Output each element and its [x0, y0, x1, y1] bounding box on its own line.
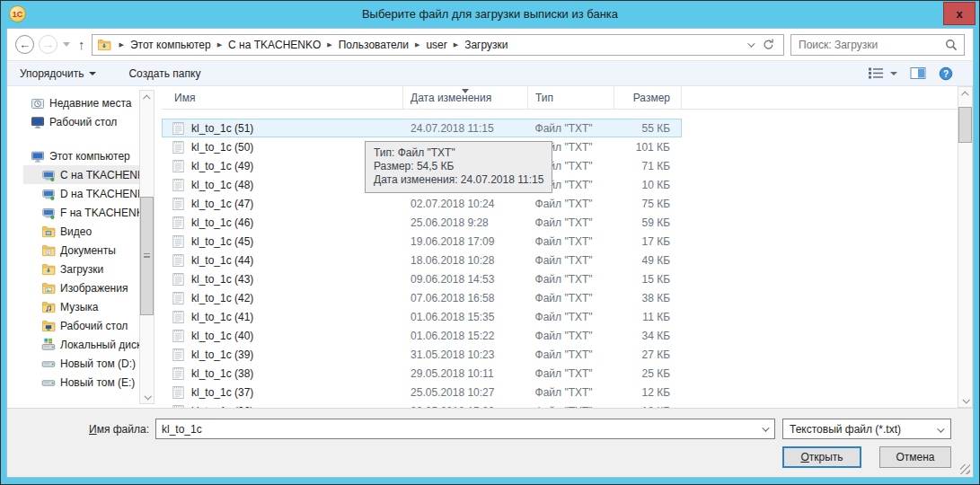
file-row[interactable]: kl_to_1c (36)22.05.2018 15:00Файл "TXT"1…	[162, 401, 682, 408]
file-name: kl_to_1c (46)	[191, 216, 253, 229]
back-button[interactable]	[15, 35, 34, 54]
file-row[interactable]: kl_to_1c (41)01.06.2018 15:35Файл "TXT"1…	[162, 307, 682, 326]
file-type: Файл "TXT"	[528, 330, 614, 342]
dialog-footer: Имя файла: Текстовый файл (*.txt) Открыт…	[7, 408, 973, 477]
folder-downloads-icon	[41, 262, 56, 277]
file-list: kl_to_1c (51)24.07.2018 11:15Файл "TXT"5…	[162, 119, 958, 408]
scroll-up-icon[interactable]	[140, 91, 154, 104]
resize-grip-icon[interactable]	[960, 464, 970, 474]
up-button[interactable]	[78, 37, 85, 52]
sidebar-item-label: C на TKACHENKO	[60, 169, 140, 181]
chevron-down-icon	[890, 72, 897, 75]
help-icon[interactable]: ?	[939, 66, 953, 81]
file-row[interactable]: kl_to_1c (47)02.07.2018 10:24Файл "TXT"7…	[162, 194, 682, 213]
file-row[interactable]: kl_to_1c (44)18.06.2018 10:28Файл "TXT"4…	[162, 251, 682, 269]
file-row[interactable]: kl_to_1c (45)19.06.2018 17:09Файл "TXT"1…	[162, 232, 682, 251]
sidebar-scrollbar[interactable]	[139, 90, 155, 404]
search-icon[interactable]	[944, 38, 958, 52]
file-size: 15 КБ	[614, 273, 681, 286]
organize-button[interactable]: Упорядочить	[20, 67, 96, 80]
sidebar-item[interactable]: Новый том (E:)	[23, 373, 140, 392]
desktop-monitor-icon	[31, 115, 45, 129]
sidebar-item[interactable]: F на TKACHENKO	[23, 203, 140, 222]
sidebar-item[interactable]: Видео	[23, 222, 140, 241]
breadcrumb-segment[interactable]: C на TKACHENKO	[228, 39, 321, 51]
file-type: Файл "TXT"	[528, 198, 614, 210]
file-row[interactable]: kl_to_1c (38)29.05.2018 10:11Файл "TXT"2…	[162, 364, 682, 383]
file-name: kl_to_1c (48)	[191, 179, 253, 191]
file-row[interactable]: kl_to_1c (37)25.05.2018 10:27Файл "TXT"1…	[162, 383, 682, 401]
address-bar[interactable]: ▶Этот компьютер▶C на TKACHENKO▶Пользоват…	[92, 34, 785, 56]
sidebar-item[interactable]: Новый том (D:)	[23, 354, 140, 373]
filetype-select[interactable]: Текстовый файл (*.txt)	[782, 419, 951, 439]
sidebar-item[interactable]: Музыка	[23, 297, 140, 316]
file-row[interactable]: kl_to_1c (42)07.06.2018 16:58Файл "TXT"3…	[162, 288, 682, 307]
file-date: 25.05.2018 10:27	[403, 386, 528, 399]
file-row[interactable]: kl_to_1c (40)01.06.2018 15:22Файл "TXT"3…	[162, 326, 682, 345]
sidebar-item[interactable]: Рабочий стол	[23, 112, 140, 131]
refresh-icon[interactable]	[762, 38, 775, 51]
sidebar-item[interactable]: Этот компьютер	[23, 146, 140, 165]
column-header-type[interactable]: Тип	[528, 86, 614, 109]
sidebar-item[interactable]: Локальный диск (C:)	[23, 335, 140, 354]
sidebar-scrollbar-thumb[interactable]	[140, 197, 154, 315]
file-size: 25 КБ	[614, 367, 681, 380]
svg-text:?: ?	[943, 68, 949, 78]
forward-button[interactable]	[39, 35, 57, 54]
sidebar-item[interactable]: Документы	[23, 241, 140, 260]
sidebar-item[interactable]: D на TKACHENKO	[23, 184, 140, 203]
file-date: 31.05.2018 10:23	[403, 348, 528, 361]
column-header-filler	[682, 86, 973, 109]
text-file-icon	[172, 366, 185, 381]
file-row[interactable]: kl_to_1c (51)24.07.2018 11:15Файл "TXT"5…	[162, 119, 682, 137]
title-bar: 1С Выберите файл для загрузки выписки из…	[1, 1, 979, 28]
file-date: 01.06.2018 15:22	[403, 330, 528, 342]
breadcrumb-segment[interactable]: Загрузки	[464, 39, 508, 51]
views-button[interactable]	[868, 66, 897, 80]
new-folder-button[interactable]: Создать папку	[128, 67, 200, 80]
text-file-icon	[172, 197, 185, 211]
folder-video-icon	[41, 225, 56, 239]
close-button[interactable]: x	[943, 2, 976, 25]
file-name-cell: kl_to_1c (39)	[163, 348, 403, 362]
file-name: kl_to_1c (43)	[191, 273, 253, 286]
column-header-size[interactable]: Размер	[614, 86, 682, 109]
folder-documents-icon	[41, 243, 56, 258]
file-row[interactable]: kl_to_1c (43)09.06.2018 14:53Файл "TXT"1…	[162, 269, 682, 288]
preview-pane-icon[interactable]	[910, 66, 926, 80]
organize-label: Упорядочить	[20, 67, 84, 80]
breadcrumb-segment[interactable]: Пользователи	[339, 39, 409, 51]
address-dropdown-icon[interactable]	[747, 40, 755, 47]
history-dropdown-icon[interactable]	[63, 42, 70, 47]
file-size: 17 КБ	[614, 235, 681, 248]
breadcrumb-segment[interactable]: Этот компьютер	[130, 39, 211, 51]
file-list-scrollbar[interactable]	[958, 86, 973, 408]
cancel-button[interactable]: Отмена	[879, 446, 951, 468]
search-box	[790, 34, 965, 56]
sidebar-item[interactable]: C на TKACHENKO	[23, 165, 140, 184]
breadcrumb-segment[interactable]: user	[426, 39, 446, 51]
disk-icon	[41, 357, 56, 371]
sidebar-item[interactable]: Загрузки	[23, 260, 140, 278]
column-header-name[interactable]: Имя	[162, 86, 403, 109]
file-size: 11 КБ	[614, 311, 681, 323]
file-name: kl_to_1c (41)	[191, 311, 253, 323]
scroll-down-icon[interactable]	[958, 393, 972, 407]
search-input[interactable]	[791, 39, 944, 51]
file-name: kl_to_1c (44)	[191, 254, 253, 267]
file-name-cell: kl_to_1c (46)	[163, 216, 403, 230]
file-type: Файл "TXT"	[528, 122, 614, 135]
file-size: 27 КБ	[614, 348, 681, 361]
open-button[interactable]: Открыть	[782, 446, 861, 468]
filename-input[interactable]	[155, 419, 775, 439]
sidebar-item[interactable]: Рабочий стол	[23, 316, 140, 335]
sidebar-item[interactable]: Недавние места	[23, 93, 140, 112]
scroll-down-icon[interactable]	[140, 390, 154, 403]
file-row[interactable]: kl_to_1c (39)31.05.2018 10:23Файл "TXT"2…	[162, 345, 682, 364]
sidebar-item[interactable]: Изображения	[23, 278, 140, 297]
file-scrollbar-thumb[interactable]	[958, 107, 972, 143]
file-row[interactable]: kl_to_1c (46)25.06.2018 9:28Файл "TXT"59…	[162, 213, 682, 232]
file-name: kl_to_1c (45)	[191, 235, 253, 248]
scroll-up-icon[interactable]	[958, 87, 972, 101]
tooltip-line: Дата изменения: 24.07.2018 11:15	[374, 173, 543, 187]
